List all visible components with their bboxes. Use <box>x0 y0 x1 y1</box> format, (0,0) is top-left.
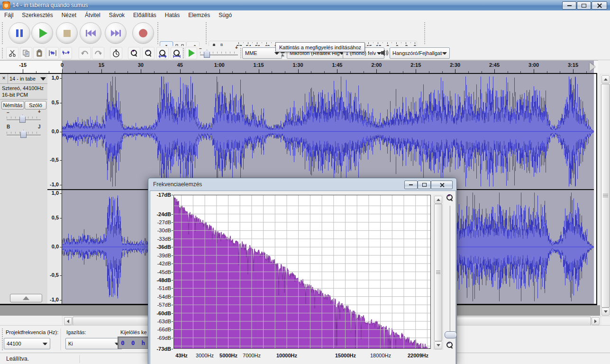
paste-button[interactable] <box>33 47 46 59</box>
device-toolbar-grip[interactable] <box>239 47 242 59</box>
slider-min-label: – <box>199 46 202 51</box>
menu-item--tvitel[interactable]: Átvitel <box>81 10 105 20</box>
collapse-track-icon <box>23 296 29 300</box>
pause-button[interactable] <box>9 22 30 44</box>
track-gain-thumb[interactable] <box>19 115 26 123</box>
snap-to-dropdown[interactable]: Ki <box>65 338 122 349</box>
zoom-out-button[interactable]: − <box>142 47 155 59</box>
vertical-scrollbar[interactable] <box>600 74 610 317</box>
close-button[interactable] <box>592 1 607 9</box>
amplitude-ruler-right-channel[interactable]: 1,00,50,0-0,5-1,0 <box>47 190 63 304</box>
play-at-speed-button[interactable] <box>185 47 197 59</box>
silence-audio-button[interactable] <box>60 47 72 59</box>
dialog-maximize-button[interactable] <box>418 181 431 189</box>
amplitude-tick-label: 0,0 <box>43 128 59 134</box>
record-button[interactable] <box>132 22 154 44</box>
skip-to-start-icon <box>86 30 96 36</box>
title-bar[interactable]: 14 - in taberna quando sumus <box>0 0 610 10</box>
zoom-in-button[interactable]: + <box>128 47 140 59</box>
dialog-close-button[interactable] <box>431 181 453 189</box>
meter-toolbar-grip[interactable] <box>205 21 207 45</box>
spectrum-scroll-thumb[interactable] <box>434 204 442 341</box>
redo-button[interactable] <box>92 47 104 59</box>
scroll-left-button[interactable] <box>64 317 72 325</box>
undo-button[interactable] <box>79 47 91 59</box>
spectrum-plot[interactable] <box>173 195 431 349</box>
db-axis-label: -27dB <box>149 219 171 225</box>
waveform-left-channel[interactable] <box>62 74 596 189</box>
spectrum-zoom-slider-track[interactable] <box>450 206 450 337</box>
fit-project-button[interactable] <box>171 47 183 59</box>
scroll-down-button[interactable] <box>601 308 610 316</box>
play-button[interactable] <box>31 22 53 44</box>
edit-toolbar-grip[interactable] <box>1 47 3 59</box>
snap-to-label: Igazítás: <box>66 329 86 335</box>
menu-item-hat-s[interactable]: Hatás <box>161 10 184 20</box>
timeline-tick-major <box>494 69 495 73</box>
db-axis-tick <box>172 247 173 247</box>
spectrum-zoom-slider-thumb[interactable] <box>445 331 457 338</box>
dialog-minimize-button[interactable] <box>404 181 418 189</box>
audacity-logo-icon <box>2 1 10 9</box>
db-axis-label: -39dB <box>149 253 171 258</box>
menu-item-f-jl[interactable]: Fájl <box>0 10 18 20</box>
vertical-scroll-thumb[interactable] <box>601 84 610 308</box>
play-at-speed-icon <box>189 49 195 57</box>
menu-item-s-g-[interactable]: Súgó <box>214 10 236 20</box>
menu-item-szerkeszt-s[interactable]: Szerkesztés <box>18 10 57 20</box>
meter-scale-tick <box>266 42 267 44</box>
record-icon <box>139 29 147 37</box>
amplitude-tick-label: -1,0 <box>43 182 59 187</box>
skip-to-end-button[interactable] <box>105 22 127 44</box>
selection-toolbar-grip[interactable] <box>1 328 3 351</box>
maximize-button[interactable] <box>577 1 591 9</box>
db-axis-label: -57dB <box>149 302 171 308</box>
collapse-track-button[interactable] <box>10 294 42 302</box>
menu-item-n-zet[interactable]: Nézet <box>57 10 81 20</box>
audio-host-value: MME <box>245 50 257 56</box>
pause-icon <box>16 29 23 37</box>
scroll-up-button[interactable] <box>601 75 610 83</box>
audacity-window: 14 - in taberna quando sumus FájlSzerkes… <box>0 0 610 364</box>
project-rate-dropdown[interactable]: 44100 <box>4 338 50 349</box>
track-close-button[interactable]: × <box>0 74 8 83</box>
transcription-toolbar-grip[interactable] <box>182 47 184 59</box>
cut-button[interactable] <box>6 47 18 59</box>
amplitude-tick <box>60 185 62 185</box>
mute-button[interactable]: Némítás <box>1 101 24 109</box>
meter-scale-tick <box>248 42 248 44</box>
trim-audio-button[interactable] <box>46 47 59 59</box>
track-pan-thumb[interactable] <box>20 130 27 138</box>
fit-selection-button[interactable] <box>156 47 169 59</box>
trim-icon <box>48 49 57 57</box>
tools-toolbar-grip[interactable] <box>156 21 159 45</box>
db-axis-tick <box>172 305 173 305</box>
menu-item-el-ll-t-s[interactable]: Előállítás <box>129 10 161 20</box>
spectrum-scroll-up-button[interactable] <box>434 196 442 204</box>
playback-device-dropdown[interactable]: Hangszóró/Fejhallgató <box>390 47 450 59</box>
copy-button[interactable] <box>20 47 32 59</box>
db-axis-tick <box>172 230 173 231</box>
timeline-label: 3:15 <box>564 62 583 68</box>
scroll-right-button[interactable] <box>592 317 600 325</box>
db-axis-tick <box>172 195 173 195</box>
transport-toolbar-grip[interactable] <box>1 21 3 45</box>
spectrum-scrollbar[interactable] <box>433 195 443 350</box>
menu-item-s-vok[interactable]: Sávok <box>105 10 129 20</box>
mixer-toolbar-grip[interactable] <box>423 21 426 45</box>
minimize-button[interactable] <box>562 1 576 9</box>
timeline-ruler[interactable]: -1501530451:001:151:301:452:002:152:302:… <box>0 60 598 74</box>
playback-speed-thumb[interactable] <box>204 50 210 58</box>
selection-start-label: Kijelölés ke <box>120 329 147 335</box>
skip-to-start-button[interactable] <box>80 22 101 44</box>
stop-button[interactable] <box>56 22 78 44</box>
sync-lock-button[interactable] <box>110 47 122 59</box>
scroll-thumb-grip <box>603 194 608 198</box>
amplitude-ruler-left-channel[interactable]: 1,00,50,0-0,5-1,0 <box>47 74 63 189</box>
silence-icon <box>62 49 70 57</box>
meter-scale-tick-minor <box>243 42 244 43</box>
timeline-tick-major <box>376 69 377 73</box>
menu-item-elemz-s[interactable]: Elemzés <box>184 10 214 20</box>
db-axis-tick <box>172 239 173 239</box>
spectrum-scroll-down-button[interactable] <box>434 341 442 349</box>
